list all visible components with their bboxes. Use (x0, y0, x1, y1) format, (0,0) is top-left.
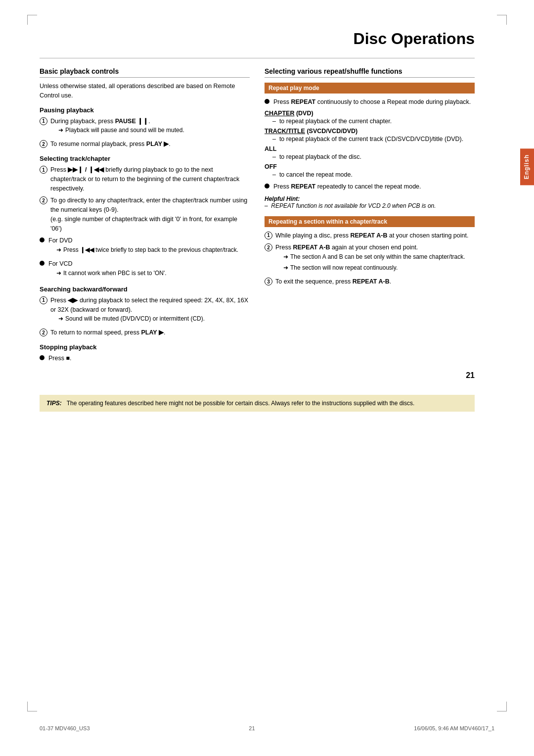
rep-text-1: While playing a disc, press REPEAT A-B a… (275, 231, 475, 240)
search-sub-1: ➜ Sound will be muted (DVD/VCD) or inter… (58, 314, 250, 323)
selecting-track-heading: Selecting track/chapter (40, 155, 250, 162)
stopping-heading: Stopping playback (40, 343, 250, 351)
num-2: 2 (40, 140, 47, 148)
rep-sub-2b: ➜ The section will now repeat continuous… (283, 263, 475, 272)
track-title-dash: – to repeat playback of the current trac… (265, 136, 475, 142)
page-title: Disc Operations (40, 30, 475, 48)
track-item-2: 2 To go directly to any chapter/track, e… (40, 196, 250, 233)
english-tab: English (520, 148, 534, 185)
search-item-2: 2 To return to normal speed, press PLAY … (40, 328, 250, 337)
track-title-label: TRACK/TITLE (SVCD/VCD/DVD) (265, 128, 475, 135)
arrow-r2b: ➜ (283, 263, 288, 272)
dvd-text: For DVD ➜ Press ❙◀◀ twice briefly to ste… (48, 236, 250, 256)
footer-center: 21 (249, 725, 255, 731)
tips-text: The operating features described here mi… (67, 400, 415, 407)
bullet-repeat-1 (265, 99, 269, 104)
repeat-text-1: Press REPEAT continuously to choose a Re… (273, 97, 475, 107)
num-t1: 1 (40, 166, 47, 174)
search-sub-text: Sound will be muted (DVD/VCD) or intermi… (65, 314, 205, 323)
pause-item-2: 2 To resume normal playback, press PLAY … (40, 140, 250, 149)
rep-item-1: 1 While playing a disc, press REPEAT A-B… (265, 231, 475, 240)
repeat-shuffle-heading: Selecting various repeat/shuffle functio… (265, 67, 475, 78)
track-text-1: Press ▶▶❙ / ❙◀◀ briefly during playback … (50, 165, 250, 193)
off-dash: – to cancel the repeat mode. (265, 171, 475, 178)
arrow-sym: ➜ (58, 126, 63, 135)
searching-heading: Searching backward/forward (40, 285, 250, 293)
pausing-playback-heading: Pausing playback (40, 106, 250, 114)
search-item-1: 1 Press ◀▶ during playback to select the… (40, 296, 250, 326)
chapter-dash: – to repeat playback of the current chap… (265, 118, 475, 125)
repeating-section-heading: Repeating a section within a chapter/tra… (265, 216, 475, 227)
bullet-vcd (40, 261, 44, 266)
corner-mark-tl (27, 15, 37, 25)
num-r1: 1 (265, 232, 272, 239)
right-column: Selecting various repeat/shuffle functio… (265, 67, 475, 366)
vcd-text: For VCD ➜ It cannot work when PBC is set… (48, 259, 250, 280)
num-s1: 1 (40, 296, 47, 304)
repeat-play-mode-heading: Repeat play mode (265, 83, 475, 94)
title-divider (40, 58, 475, 58)
chapter-label: CHAPTER (DVD) (265, 110, 475, 117)
main-content: Basic playback controls Unless otherwise… (40, 67, 475, 366)
vcd-bullet: For VCD ➜ It cannot work when PBC is set… (40, 259, 250, 280)
dvd-sub-text: Press ❙◀◀ twice briefly to step back to … (63, 245, 238, 254)
bullet-dvd (40, 237, 44, 242)
helpful-hint: Helpful Hint: – REPEAT function is not a… (265, 195, 475, 209)
footer: 01-37 MDV460_US3 21 16/06/05, 9:46 AM MD… (40, 725, 494, 731)
num-r3: 3 (265, 278, 272, 285)
tips-box: TIPS: The operating features described h… (40, 395, 475, 412)
track-text-2: To go directly to any chapter/track, ent… (50, 196, 250, 233)
basic-controls-intro: Unless otherwise stated, all operations … (40, 82, 250, 100)
pause-text-2: To resume normal playback, press PLAY ▶. (50, 140, 250, 149)
repeat-bullet-1: Press REPEAT continuously to choose a Re… (265, 97, 475, 107)
tips-label: TIPS: (46, 400, 62, 407)
pause-sub-1: ➜ Playback will pause and sound will be … (58, 126, 250, 135)
page-number: 21 (40, 371, 475, 380)
stop-bullet: Press ■. (40, 354, 250, 363)
rep-sub-2a: ➜ The section A and B can be set only wi… (283, 252, 475, 261)
repeat-text-2: Press REPEAT repeatedly to cancel the re… (273, 182, 475, 191)
pause-text-1: During playback, press PAUSE ❙❙. ➜ Playb… (50, 117, 250, 137)
footer-right: 16/06/05, 9:46 AM MDV460/17_1 (414, 725, 494, 731)
num-r2: 2 (265, 243, 272, 251)
arrow-r2a: ➜ (283, 252, 288, 261)
search-text-2: To return to normal speed, press PLAY ▶. (50, 328, 250, 337)
footer-left: 01-37 MDV460_US3 (40, 725, 90, 731)
vcd-sub: ➜ It cannot work when PBC is set to 'ON'… (56, 269, 250, 278)
num-t2: 2 (40, 196, 47, 204)
rep-sub-text-2b: The section will now repeat continuously… (290, 263, 398, 272)
num-s2: 2 (40, 329, 47, 336)
bullet-stop (40, 355, 44, 360)
arrow-vcd: ➜ (56, 269, 61, 278)
stop-text: Press ■. (48, 354, 250, 363)
dvd-sub: ➜ Press ❙◀◀ twice briefly to step back t… (56, 245, 250, 254)
all-label: ALL (265, 145, 475, 152)
arrow-dvd: ➜ (56, 245, 61, 254)
corner-mark-tr (497, 15, 507, 25)
rep-sub-text-2a: The section A and B can be set only with… (290, 252, 465, 261)
num-1: 1 (40, 117, 47, 125)
rep-item-2: 2 Press REPEAT A-B again at your chosen … (265, 243, 475, 274)
bullet-repeat-2 (265, 184, 269, 189)
arrow-search: ➜ (58, 314, 63, 323)
pause-sub-text-1: Playback will pause and sound will be mu… (65, 126, 184, 135)
left-column: Basic playback controls Unless otherwise… (40, 67, 250, 366)
repeat-bullet-2: Press REPEAT repeatedly to cancel the re… (265, 182, 475, 191)
basic-controls-heading: Basic playback controls (40, 67, 250, 78)
all-dash: – to repeat playback of the disc. (265, 153, 475, 160)
track-item-1: 1 Press ▶▶❙ / ❙◀◀ briefly during playbac… (40, 165, 250, 193)
pause-item-1: 1 During playback, press PAUSE ❙❙. ➜ Pla… (40, 117, 250, 137)
rep-text-2: Press REPEAT A-B again at your chosen en… (275, 243, 475, 274)
dvd-bullet: For DVD ➜ Press ❙◀◀ twice briefly to ste… (40, 236, 250, 256)
page-container: English Disc Operations Basic playback c… (0, 0, 534, 756)
vcd-sub-text: It cannot work when PBC is set to 'ON'. (63, 269, 167, 278)
corner-mark-br (497, 702, 507, 711)
off-label: OFF (265, 163, 475, 170)
corner-mark-bl (27, 702, 37, 711)
rep-text-3: To exit the sequence, press REPEAT A-B. (275, 277, 475, 286)
search-text-1: Press ◀▶ during playback to select the r… (50, 296, 250, 326)
rep-item-3: 3 To exit the sequence, press REPEAT A-B… (265, 277, 475, 286)
